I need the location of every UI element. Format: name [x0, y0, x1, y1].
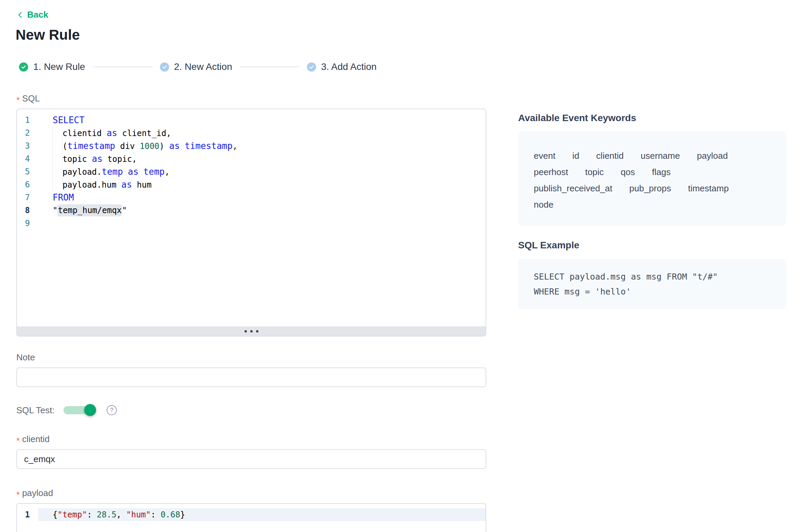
sql-field-label: * SQL [16, 93, 486, 104]
step-2-check-icon [160, 62, 169, 72]
keyword-row: publish_received_atpub_propstimestamp [534, 180, 771, 196]
code-line: 3 (timestamp div 1000) as timestamp, [17, 139, 486, 152]
keyword-id[interactable]: id [572, 151, 579, 161]
keyword-node[interactable]: node [534, 200, 553, 210]
editor-resize-handle[interactable] [17, 326, 486, 336]
resize-dot [250, 330, 253, 332]
code-line-content: "temp_hum/emqx" [38, 204, 486, 217]
sql-label-text: SQL [22, 93, 40, 104]
code-line-content: clientid as client_id, [38, 127, 486, 139]
code-line: 1SELECT [17, 114, 486, 127]
line-number: 5 [17, 165, 38, 178]
step-2-label: 2. New Action [174, 61, 232, 72]
code-line: 7FROM [17, 191, 486, 204]
sql-code-editor[interactable]: 1SELECT2 clientid as client_id,3 (timest… [16, 109, 486, 337]
clientid-field-label: * clientid [16, 434, 486, 444]
clientid-label-text: clientid [22, 434, 50, 444]
line-number: 2 [17, 127, 38, 139]
indent-guide [62, 152, 62, 165]
keyword-publish_received_at[interactable]: publish_received_at [534, 183, 612, 194]
line-number: 4 [17, 152, 38, 165]
code-line: 8"temp_hum/emqx" [17, 204, 486, 217]
payload-label-text: payload [22, 488, 53, 498]
keyword-topic[interactable]: topic [585, 167, 604, 177]
indent-guide [62, 178, 62, 191]
page-title: New Rule [16, 27, 486, 43]
payload-code-area[interactable]: 1{"temp": 28.5, "hum": 0.68} [17, 504, 486, 521]
resize-dot [256, 330, 258, 332]
step-1-check-icon [19, 62, 28, 72]
stepper: 1. New Rule 2. New Action 3. Add Action [16, 61, 486, 72]
step-1-label: 1. New Rule [33, 61, 85, 72]
indent-guide [52, 139, 53, 152]
note-label-text: Note [16, 352, 35, 363]
keyword-timestamp[interactable]: timestamp [688, 183, 729, 194]
code-line-content: {"temp": 28.5, "hum": 0.68} [38, 508, 486, 521]
clientid-input[interactable] [16, 449, 486, 469]
indent-guide [52, 178, 53, 191]
code-line: 4 topic as topic, [17, 152, 486, 165]
payload-code-editor[interactable]: 1{"temp": 28.5, "hum": 0.68} [16, 503, 486, 532]
code-line: 9 [17, 217, 486, 230]
code-line-content [38, 217, 486, 230]
line-number: 1 [17, 114, 38, 127]
side-panel: Available Event Keywords eventidclientid… [518, 0, 786, 309]
keyword-peerhost[interactable]: peerhost [534, 167, 568, 177]
keyword-flags[interactable]: flags [652, 167, 671, 177]
sql-test-label: SQL Test: [16, 405, 55, 416]
line-number: 8 [17, 204, 38, 217]
code-line-content: (timestamp div 1000) as timestamp, [38, 139, 486, 152]
back-label: Back [27, 10, 48, 20]
step-3-label: 3. Add Action [321, 61, 377, 72]
help-icon[interactable]: ? [107, 405, 117, 415]
sql-test-toggle[interactable] [63, 406, 95, 414]
keyword-username[interactable]: username [641, 151, 680, 161]
required-asterisk: * [16, 439, 20, 442]
code-line-content: payload.hum as hum [38, 178, 486, 191]
sql-example-panel: SELECT payload.msg as msg FROM "t/#"WHER… [518, 259, 786, 309]
toggle-knob [84, 404, 96, 416]
line-number: 9 [17, 217, 38, 230]
indent-guide [52, 152, 53, 165]
keyword-payload[interactable]: payload [697, 151, 728, 161]
code-line-content: topic as topic, [38, 152, 486, 165]
code-line: 2 clientid as client_id, [17, 127, 486, 139]
code-line-content: SELECT [38, 114, 486, 127]
payload-field-label: * payload [16, 488, 486, 498]
stepper-connector [93, 66, 152, 67]
back-chevron-icon [16, 11, 24, 19]
note-field-label: Note [16, 352, 486, 363]
keyword-clientid[interactable]: clientid [596, 151, 624, 161]
code-line: 6 payload.hum as hum [17, 178, 486, 191]
keyword-row: node [534, 196, 771, 213]
stepper-step-1[interactable]: 1. New Rule [19, 61, 85, 72]
line-number: 3 [17, 139, 38, 152]
code-line: 5 payload.temp as temp, [17, 165, 486, 178]
sql-example-heading: SQL Example [518, 240, 786, 251]
code-line-content: FROM [38, 191, 486, 204]
indent-guide [62, 139, 62, 152]
required-asterisk: * [16, 493, 20, 496]
indent-guide [52, 127, 53, 139]
step-3-check-icon [307, 62, 316, 72]
indent-guide [52, 165, 53, 178]
line-number: 1 [17, 508, 38, 521]
keyword-row: peerhosttopicqosflags [534, 164, 771, 180]
indent-guide [62, 127, 62, 139]
keyword-event[interactable]: event [534, 151, 556, 161]
code-line-content: payload.temp as temp, [38, 165, 486, 178]
note-input[interactable] [16, 367, 486, 387]
keyword-pub_props[interactable]: pub_props [629, 183, 671, 194]
keyword-qos[interactable]: qos [621, 167, 635, 177]
stepper-step-3[interactable]: 3. Add Action [307, 61, 377, 72]
code-line: 1{"temp": 28.5, "hum": 0.68} [17, 508, 486, 521]
back-link[interactable]: Back [16, 10, 48, 20]
required-asterisk: * [16, 98, 20, 102]
stepper-connector [240, 66, 299, 67]
sql-test-row: SQL Test: ? [16, 404, 486, 416]
indent-guide [62, 165, 62, 178]
sql-code-area[interactable]: 1SELECT2 clientid as client_id,3 (timest… [17, 109, 486, 326]
sql-example-line: WHERE msg = 'hello' [534, 284, 771, 299]
keywords-heading: Available Event Keywords [518, 113, 786, 124]
stepper-step-2[interactable]: 2. New Action [160, 61, 232, 72]
